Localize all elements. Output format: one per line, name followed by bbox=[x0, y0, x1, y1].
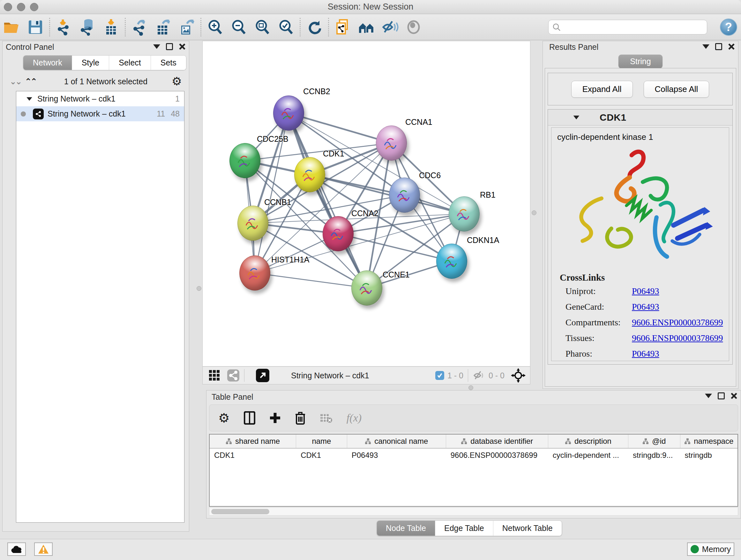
table-row[interactable]: CDK1 CDK1 P06493 9606.ENSP00000378699 cy… bbox=[210, 449, 738, 462]
network-edge[interactable] bbox=[255, 273, 367, 288]
entry-collapse-icon[interactable] bbox=[574, 116, 580, 119]
cell-namespace[interactable]: stringdb bbox=[680, 449, 738, 462]
crosslink-genecard[interactable]: P06493 bbox=[632, 302, 729, 312]
refresh-view-button[interactable] bbox=[302, 16, 326, 38]
zoom-in-button[interactable] bbox=[203, 16, 227, 38]
export-image-button[interactable] bbox=[175, 16, 199, 38]
close-panel-icon[interactable] bbox=[179, 43, 186, 50]
tab-string[interactable]: String bbox=[618, 55, 662, 68]
crosslink-pharos[interactable]: P06493 bbox=[632, 349, 729, 359]
table-options-gear-icon[interactable]: ⚙ bbox=[218, 412, 230, 424]
search-input[interactable] bbox=[564, 23, 703, 32]
network-node-ccnb2[interactable] bbox=[273, 96, 304, 131]
grid-view-icon[interactable] bbox=[208, 369, 220, 381]
tab-select[interactable]: Select bbox=[109, 56, 151, 70]
expand-all-button[interactable]: Expand All bbox=[571, 81, 633, 98]
duplicate-network-button[interactable] bbox=[331, 16, 354, 38]
network-edge[interactable] bbox=[288, 113, 391, 143]
network-node-hist1h1a[interactable] bbox=[239, 255, 270, 291]
export-network-button[interactable] bbox=[128, 16, 151, 38]
tab-network[interactable]: Network bbox=[23, 56, 72, 70]
entry-header[interactable]: CDK1 bbox=[548, 110, 732, 125]
hidden-eye-icon[interactable] bbox=[473, 370, 485, 381]
help-button[interactable]: ? bbox=[720, 18, 737, 36]
export-table-button[interactable] bbox=[151, 16, 175, 38]
column-header[interactable]: name bbox=[296, 435, 347, 448]
splitter-handle[interactable] bbox=[468, 385, 473, 390]
network-node-cdk1[interactable] bbox=[294, 157, 325, 192]
cell-description[interactable]: cyclin-dependent ... bbox=[548, 449, 628, 462]
save-session-button[interactable] bbox=[23, 16, 47, 38]
tab-sets[interactable]: Sets bbox=[151, 56, 186, 70]
column-header[interactable]: namespace bbox=[680, 435, 738, 448]
network-share-icon[interactable] bbox=[227, 369, 240, 382]
expand-all-networks-icon[interactable]: ⌃⌃ bbox=[25, 77, 37, 86]
panel-menu-icon[interactable] bbox=[705, 394, 712, 398]
collection-expand-icon[interactable] bbox=[26, 97, 32, 101]
collapse-all-networks-icon[interactable]: ⌄⌄ bbox=[10, 77, 21, 86]
open-session-button[interactable] bbox=[0, 16, 23, 38]
column-header[interactable]: database identifier bbox=[446, 435, 548, 448]
show-hidden-button[interactable] bbox=[402, 16, 425, 38]
network-node-rb1[interactable] bbox=[449, 196, 480, 232]
birdseye-view-icon[interactable] bbox=[511, 368, 526, 383]
memory-button[interactable]: Memory bbox=[687, 543, 734, 556]
zoom-fit-button[interactable] bbox=[251, 16, 274, 38]
zoom-out-button[interactable] bbox=[227, 16, 251, 38]
hide-selected-button[interactable] bbox=[378, 16, 402, 38]
scrollbar-thumb[interactable] bbox=[211, 509, 269, 514]
home-button[interactable] bbox=[354, 16, 378, 38]
crosslink-tissues[interactable]: 9606.ENSP00000378699 bbox=[632, 333, 729, 343]
arrow-ne-icon bbox=[259, 372, 266, 379]
crosslink-uniprot[interactable]: P06493 bbox=[632, 286, 729, 296]
column-header[interactable]: description bbox=[548, 435, 628, 448]
network-node-ccne1[interactable] bbox=[351, 270, 382, 306]
panel-menu-icon[interactable] bbox=[153, 44, 160, 49]
delete-column-icon[interactable] bbox=[295, 411, 306, 425]
network-row[interactable]: String Network – cdk1 11 48 bbox=[16, 106, 184, 121]
cloud-status-button[interactable] bbox=[7, 543, 26, 556]
titlebar: Session: New Session bbox=[0, 0, 741, 14]
crosslink-compartments[interactable]: 9606.ENSP00000378699 bbox=[632, 317, 729, 327]
close-panel-icon[interactable] bbox=[728, 43, 735, 50]
import-network-database-button[interactable] bbox=[76, 16, 99, 38]
cell-shared-name[interactable]: CDK1 bbox=[210, 449, 296, 462]
warning-status-button[interactable] bbox=[34, 543, 53, 556]
tab-network-table[interactable]: Network Table bbox=[493, 521, 562, 536]
zoom-selected-button[interactable] bbox=[274, 16, 298, 38]
import-network-file-button[interactable] bbox=[52, 16, 76, 38]
network-node-ccna1[interactable] bbox=[376, 125, 407, 161]
tab-node-table[interactable]: Node Table bbox=[377, 521, 435, 536]
column-header[interactable]: @id bbox=[628, 435, 680, 448]
cell-id[interactable]: stringdb:9... bbox=[628, 449, 680, 462]
cell-name[interactable]: CDK1 bbox=[296, 449, 347, 462]
network-node-cdkn1a[interactable] bbox=[436, 244, 467, 279]
selected-checkbox-icon[interactable] bbox=[435, 371, 444, 380]
network-canvas[interactable]: CCNB2CCNA1CDC25BCDK1CDC6RB1CCNB1CCNA2CDK… bbox=[202, 41, 530, 367]
network-node-ccnb1[interactable] bbox=[238, 206, 268, 241]
float-panel-icon[interactable] bbox=[718, 392, 725, 399]
panel-menu-icon[interactable] bbox=[702, 44, 710, 49]
import-table-button[interactable] bbox=[99, 16, 123, 38]
float-panel-icon[interactable] bbox=[166, 43, 173, 50]
table-horizontal-scrollbar[interactable] bbox=[209, 507, 738, 516]
float-panel-icon[interactable] bbox=[715, 43, 722, 50]
tab-edge-table[interactable]: Edge Table bbox=[435, 521, 493, 536]
open-in-window-button[interactable] bbox=[256, 369, 269, 382]
network-options-gear-icon[interactable]: ⚙ bbox=[172, 76, 182, 87]
close-panel-icon[interactable] bbox=[731, 392, 738, 399]
add-column-icon[interactable] bbox=[269, 412, 281, 424]
network-collection-row[interactable]: String Network – cdk1 1 bbox=[16, 91, 184, 106]
column-header[interactable]: canonical name bbox=[347, 435, 446, 448]
collapse-all-button[interactable]: Collapse All bbox=[644, 81, 710, 98]
tab-style[interactable]: Style bbox=[72, 56, 110, 70]
column-header[interactable]: shared name bbox=[210, 435, 296, 448]
show-columns-icon[interactable] bbox=[244, 411, 255, 425]
cell-canonical-name[interactable]: P06493 bbox=[347, 449, 446, 462]
cell-database-identifier[interactable]: 9606.ENSP00000378699 bbox=[446, 449, 548, 462]
network-node-cdc25b[interactable] bbox=[229, 143, 260, 178]
network-node-ccna2[interactable] bbox=[323, 216, 354, 251]
splitter-handle[interactable] bbox=[532, 210, 536, 215]
network-node-cdc6[interactable] bbox=[389, 178, 420, 212]
splitter-handle[interactable] bbox=[197, 286, 201, 291]
